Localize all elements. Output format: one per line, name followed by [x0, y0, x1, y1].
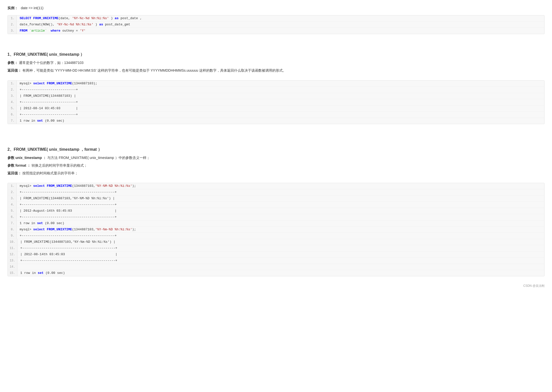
code-token: ); — [132, 184, 136, 188]
code-token: FROM_UNIXTIME — [47, 82, 72, 85]
line-number: 3. — [8, 28, 17, 34]
table-row: 13.+------------------------------------… — [8, 258, 544, 264]
section2-param2: 参数 format ： 转换之后的时间字符串显示的格式； — [7, 162, 545, 169]
code-token: +---------------------------------------… — [20, 190, 117, 194]
code-token: ) — [109, 16, 115, 20]
param1-text: 与方法 FROM_UNIXTIME( unix_timestamp ）中的参数含… — [47, 156, 150, 160]
code-token: (date, — [58, 16, 72, 20]
line-content: | 2012-08-14 03:45:03 | — [17, 105, 544, 111]
line-content: | FROM_UNIXTIME(1344887103,'%Y-%M-%D %h:… — [17, 196, 544, 201]
intro-label: 实例： — [7, 6, 18, 10]
line-number: 11. — [8, 245, 17, 251]
line-number: 3. — [8, 196, 17, 201]
line-number: 5. — [8, 208, 17, 214]
code-token: as — [99, 23, 103, 26]
code-token: post_date , — [119, 16, 142, 20]
code-token: (0.00 sec) — [43, 119, 64, 123]
param2-label: 参数 format ： — [7, 163, 31, 167]
code-token: +----------------------------+ — [20, 88, 78, 92]
code-token: SELECT — [20, 16, 33, 20]
table-row: 2.date_format(NOW(), '%Y-%c-%d %h:%i:%s'… — [8, 22, 544, 28]
code-token: mysql> — [20, 184, 33, 188]
line-number: 6. — [8, 112, 17, 118]
code-token: as — [115, 16, 119, 20]
section2-return: 返回值： 按照指定的时间格式显示的字符串； — [7, 170, 545, 176]
line-content: | 2012-August-14th 03:45:03 | — [17, 208, 544, 214]
section1-param: 参数： 通常是壹个十位的数字，如：1344887103 — [7, 60, 545, 66]
code-token: (1344887103, — [72, 228, 95, 231]
code-token: select — [33, 228, 47, 231]
code-token — [47, 29, 51, 33]
code-token: FROM — [20, 29, 29, 33]
return-label: 返回值： — [7, 68, 21, 72]
code-token: 1 row in — [20, 119, 37, 123]
code-token: outkey = — [60, 29, 80, 33]
table-row: 7.1 row in set (0.00 sec) — [8, 220, 544, 227]
line-content: mysql> select FROM_UNIXTIME(1344887103); — [17, 81, 544, 87]
section2-title: 2、FROM_UNIXTIME( unix_timestamp ，format … — [7, 147, 545, 152]
code-token: `article` — [29, 29, 47, 33]
table-row: 6.+----------------------------+ — [8, 112, 544, 118]
code-token: +---------------------------------------… — [20, 215, 117, 219]
code-token: select — [33, 82, 47, 85]
code-token: FROM_UNIXTIME — [33, 16, 58, 20]
code-token: set — [37, 221, 43, 225]
line-number: 2. — [8, 22, 17, 28]
line-number: 4. — [8, 202, 17, 208]
table-row: 10.| FROM_UNIXTIME(1344887103,'%Y-%m-%D … — [8, 239, 544, 245]
table-row: 5.| 2012-August-14th 03:45:03 | — [8, 208, 544, 214]
footer-text: CSDN @吴法刚 — [523, 284, 545, 288]
table-row: 3.FROM `article` where outkey = 'Y' — [8, 28, 544, 34]
code-token: | 2012-08-14th 03:45:03 | — [20, 252, 117, 256]
code-token: +---------------------------------------… — [20, 203, 117, 206]
return-text: 有两种，可能是类似 'YYYY-MM-DD HH:MM:SS' 这样的字符串，也… — [22, 68, 286, 72]
line-number: 4. — [8, 99, 17, 105]
line-number: 12. — [8, 251, 17, 257]
code-token: '%Y-%c-%d %h:%i:%s' — [56, 23, 93, 26]
line-content: +---------------------------------------… — [17, 214, 544, 220]
code-token: '%Y-%c-%d %h:%i:%s' — [72, 16, 109, 20]
line-number: 2. — [8, 87, 17, 93]
code-token: | FROM_UNIXTIME(1344887103,'%Y-%M-%D %h:… — [20, 196, 115, 200]
table-row: 2.+----------------------------+ — [8, 87, 544, 93]
table-row: 14. — [8, 264, 544, 270]
code-token: +----------------------------+ — [20, 113, 78, 116]
line-content: +----------------------------+ — [17, 112, 544, 118]
code-token: +---------------------------------------… — [20, 234, 117, 238]
code-token: | FROM_UNIXTIME(1344887103,'%Y-%m-%D %h:… — [20, 240, 115, 244]
table-row: 7.1 row in set (0.00 sec) — [8, 118, 544, 124]
line-number: 5. — [8, 105, 17, 111]
code-token: +---------------------------------------… — [20, 246, 117, 250]
code-token: FROM_UNIXTIME — [47, 228, 72, 231]
line-content: FROM `article` where outkey = 'Y' — [17, 28, 544, 34]
code-token: date_format(NOW(), — [20, 23, 56, 26]
table-row: 6.+-------------------------------------… — [8, 214, 544, 220]
table-row: 1.mysql> select FROM_UNIXTIME(1344887103… — [8, 81, 544, 87]
code-block-3: 1.mysql> select FROM_UNIXTIME(1344887103… — [7, 183, 545, 276]
line-number: 15. — [8, 270, 17, 276]
code-token: 'Y' — [80, 29, 86, 33]
param1-label: 参数 unix_timestamp ： — [7, 156, 46, 160]
line-number: 14. — [8, 264, 17, 270]
line-number: 13. — [8, 258, 17, 264]
intro-value: date => int(11) — [21, 6, 44, 10]
table-row: 15.1 row in set (0.00 sec) — [8, 270, 544, 276]
line-content: 1 row in set (0.00 sec) — [17, 270, 544, 276]
code-token: +---------------------------------------… — [20, 259, 117, 262]
code-token: '%Y-%M-%D %h:%i:%s' — [95, 184, 132, 188]
code-token: mysql> — [20, 82, 33, 85]
code-token: '%Y-%m-%D %h:%i:%s' — [95, 228, 132, 231]
line-number: 6. — [8, 214, 17, 220]
table-row: 8.mysql> select FROM_UNIXTIME(1344887103… — [8, 227, 544, 233]
code-token: mysql> — [20, 228, 33, 231]
line-number: 8. — [8, 227, 17, 233]
line-content: +---------------------------------------… — [17, 202, 544, 208]
code-token: set — [38, 271, 44, 275]
param-label: 参数： — [7, 61, 18, 65]
table-row: 11.+------------------------------------… — [8, 245, 544, 251]
code-block-1: 1.SELECT FROM_UNIXTIME(date, '%Y-%c-%d %… — [7, 15, 545, 34]
code-block-2: 1.mysql> select FROM_UNIXTIME(1344887103… — [7, 80, 545, 124]
line-content: date_format(NOW(), '%Y-%c-%d %h:%i:%s' )… — [17, 22, 544, 28]
code-token: post_date_gmt — [103, 23, 130, 26]
code-token: set — [37, 119, 43, 123]
